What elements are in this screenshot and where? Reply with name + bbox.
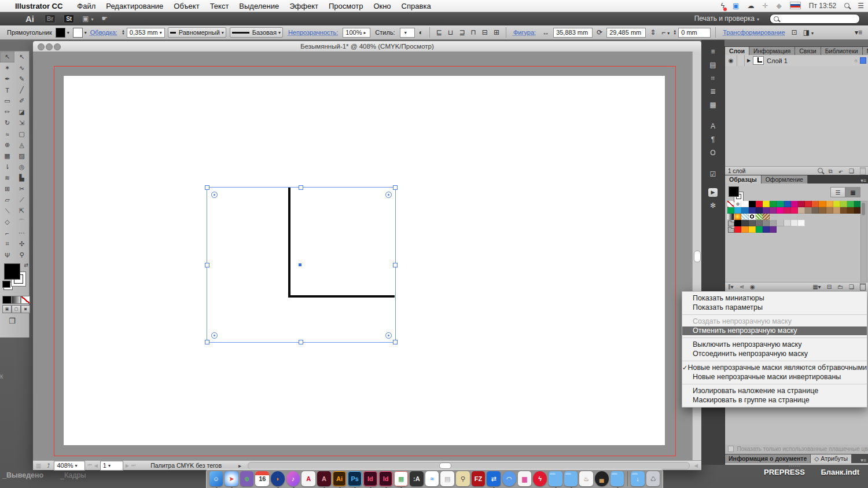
free-transform-tool[interactable]: ▢ <box>14 129 29 140</box>
arrange-documents-icon[interactable]: ▣▾ <box>82 14 93 23</box>
workspace-switcher[interactable]: Печать и проверка▾ <box>694 14 759 23</box>
context-menu-item[interactable]: Новые непрозрачные маски инвертированы <box>682 373 867 382</box>
swatch[interactable] <box>770 207 777 214</box>
transform-link[interactable]: Трансформирование <box>723 29 785 36</box>
swatch[interactable] <box>847 201 854 207</box>
selection-handle-middle-left[interactable] <box>205 263 209 267</box>
color-button[interactable] <box>2 296 12 304</box>
indesign-icon[interactable]: Id <box>363 471 377 486</box>
locate-object-icon[interactable] <box>818 168 823 174</box>
help-search-input[interactable] <box>770 14 860 24</box>
shape-height-field[interactable]: 29,485 mm <box>606 28 646 38</box>
font-app-icon[interactable]: :A <box>410 471 424 486</box>
mesh-tool[interactable]: ▦ <box>0 151 14 162</box>
path-horizontal-segment[interactable] <box>288 295 395 298</box>
swatch[interactable]: ⊕ <box>734 201 741 207</box>
swatch[interactable] <box>727 207 734 214</box>
bridge-button[interactable]: Br <box>45 14 56 23</box>
teamviewer-icon[interactable]: ⇄ <box>487 471 501 486</box>
swatch-options-icon[interactable]: ⊟ <box>827 284 832 290</box>
none-button[interactable] <box>21 296 30 304</box>
export-status-icon[interactable]: ⤴ <box>47 463 50 469</box>
swatch-libraries-icon[interactable]: ⫼▾ <box>728 284 734 291</box>
swatch[interactable] <box>749 226 756 233</box>
swatch[interactable] <box>819 207 826 214</box>
spot-colors-checkbox[interactable] <box>728 446 734 452</box>
swatch[interactable] <box>784 207 791 214</box>
align-panel-icon[interactable]: ≣ <box>710 87 716 97</box>
list-view-button[interactable]: ☰ <box>830 187 845 197</box>
swatch[interactable] <box>763 207 770 214</box>
draw-inside-button[interactable]: ◙ <box>21 305 30 313</box>
new-layer-icon[interactable]: ❏ <box>849 168 854 174</box>
folder-3-icon[interactable] <box>610 471 624 486</box>
swatch-group-folder-icon[interactable] <box>727 220 734 226</box>
align-center-horizontal-icon[interactable]: ⊔ <box>448 28 453 36</box>
context-menu-item[interactable]: ✓Новые непрозрачные маски являются обтра… <box>682 364 867 373</box>
layer-expand-icon[interactable]: ▶ <box>745 55 753 66</box>
screen-mode-button[interactable]: ❐ <box>9 317 16 325</box>
swatch[interactable] <box>833 201 840 207</box>
acrobat-icon[interactable]: A <box>317 471 331 486</box>
pencil-tool[interactable]: ✏ <box>0 107 14 118</box>
artboard-number-field[interactable]: 1▾ <box>100 461 123 471</box>
swatches-scrollbar[interactable] <box>860 201 867 283</box>
scale-tool[interactable]: ⇲ <box>14 118 29 129</box>
photos-app-icon[interactable]: ▄ <box>595 471 609 486</box>
swatch[interactable] <box>833 207 840 214</box>
stroke-weight-field[interactable]: 0,353 mm▾ <box>127 28 165 38</box>
swatch[interactable] <box>798 220 805 226</box>
downloads-folder-icon[interactable]: ↓ <box>631 471 645 486</box>
paintbrush-tool[interactable]: ✐ <box>14 96 29 107</box>
corner-widget-bottom-right[interactable] <box>385 332 392 339</box>
stroke-color-button[interactable] <box>73 28 83 38</box>
swatch[interactable] <box>770 220 777 226</box>
share-hand-icon[interactable]: ☛ <box>101 14 108 23</box>
style-dropdown[interactable]: ▾ <box>400 28 415 38</box>
openoffice-icon[interactable]: ≈ <box>425 471 439 486</box>
swatch-themes-icon[interactable]: ⋖ <box>740 284 744 290</box>
layers-tab[interactable]: Монтажные <box>863 47 868 55</box>
fill-proxy[interactable] <box>4 263 20 280</box>
swatch[interactable] <box>777 220 784 226</box>
menubar-item[interactable]: Объект <box>174 2 199 10</box>
swatch[interactable] <box>784 201 791 207</box>
background-tab-vyvedeno[interactable]: _Выведено <box>2 471 43 479</box>
swatch[interactable] <box>741 226 748 233</box>
tab-attributes[interactable]: ◇ Атрибуты <box>811 454 852 463</box>
column-graph-tool[interactable]: ▙ <box>14 173 29 184</box>
calendar-icon[interactable]: 16 <box>255 471 269 486</box>
selection-handle-middle-right[interactable] <box>393 263 398 267</box>
menubar-item[interactable]: Редактирование <box>106 2 163 10</box>
draw-behind-button[interactable]: ▢ <box>12 305 21 313</box>
stroke-link[interactable]: Обводка: <box>90 29 117 36</box>
folder-icon[interactable] <box>549 471 562 486</box>
zoom-level-dropdown[interactable]: 408%▾ <box>54 461 85 471</box>
layer-selection-indicator[interactable] <box>860 57 866 64</box>
close-window-button[interactable] <box>38 43 45 50</box>
gradient-button[interactable] <box>12 296 21 304</box>
swatch[interactable] <box>763 201 770 207</box>
teamviewer-status-icon[interactable]: ▣ <box>733 2 739 10</box>
layer-row[interactable]: ◉ ▶ Слой 1 ○ <box>725 55 868 67</box>
eraser-tool[interactable]: ◪ <box>14 107 29 118</box>
photoshop-icon[interactable]: Ps <box>348 471 362 486</box>
shape-width-field[interactable]: 35,883 mm <box>553 28 593 38</box>
red-lightning-app-icon[interactable]: ϟ <box>533 471 547 486</box>
swatch[interactable] <box>805 207 812 214</box>
swatch[interactable] <box>734 214 741 220</box>
curvature-tool[interactable]: ✎ <box>14 74 29 85</box>
swatch[interactable] <box>741 207 748 214</box>
artboard-grid-tool[interactable]: ⊞ <box>0 184 14 195</box>
context-menu-item[interactable]: Отсоединить непрозрачную маску <box>682 350 867 359</box>
shape-link[interactable]: Фигура: <box>513 29 536 36</box>
blend-tool[interactable]: ◎ <box>14 162 29 173</box>
panel-menu-icon[interactable]: ≡ <box>711 47 715 57</box>
horizontal-scrollbar-thumb[interactable] <box>439 463 451 469</box>
character-panel-icon[interactable]: A <box>711 122 715 132</box>
layers-tab[interactable]: Связи <box>795 47 821 55</box>
context-menu-item[interactable]: Создать непрозрачную маску <box>682 317 867 326</box>
context-menu-item[interactable]: Изолировать наложение на странице <box>682 387 867 396</box>
swatch[interactable] <box>840 207 847 214</box>
magic-wand-tool[interactable]: ✶ <box>0 63 14 74</box>
